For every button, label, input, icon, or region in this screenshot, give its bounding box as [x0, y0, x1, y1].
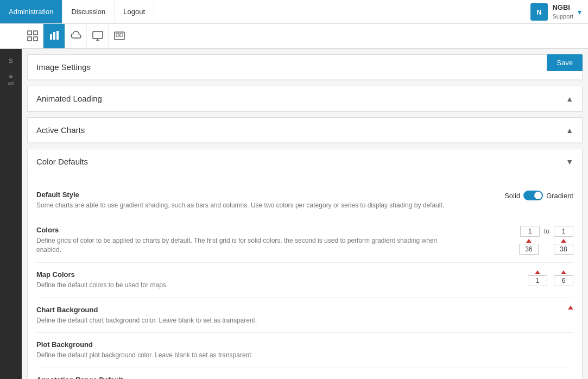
toggle-slider [523, 191, 543, 200]
icon-toolbar [0, 24, 588, 49]
chart-background-row: Chart Background Define the default char… [36, 298, 573, 333]
nav-tabs: Administration Discussion Logout [0, 0, 154, 23]
map-colors-inputs: 1 6 [528, 270, 573, 286]
active-charts-toggle[interactable]: ▲ [566, 126, 573, 135]
plot-background-row: Plot Background Define the default plot … [36, 333, 573, 368]
gradient-toggle-container: Solid Gradient [504, 191, 573, 200]
chart-bg-arrow-col [568, 306, 573, 309]
svg-rect-5 [34, 37, 37, 41]
active-charts-section: Active Charts ▲ [27, 117, 583, 143]
svg-rect-14 [120, 34, 123, 36]
user-info: NGBI Support [552, 3, 573, 20]
colors-from-col: 1 [520, 226, 540, 237]
user-role: Support [552, 12, 573, 20]
map-colors-row: Map Colors Define the default colors to … [36, 263, 573, 298]
colors-to-val[interactable]: 1 [554, 226, 573, 237]
map-colors-label: Map Colors [36, 270, 454, 279]
colors-label: Colors [36, 226, 454, 234]
window-toolbar-icon[interactable] [109, 23, 130, 48]
image-settings-header[interactable]: Image Settings ▲ [28, 55, 582, 80]
sidebar-item-chart[interactable]: ≡ art [0, 68, 22, 90]
map-val2-col: 6 [554, 270, 573, 286]
sidebar-item-label: art [2, 80, 20, 86]
colors-from-up-arrow[interactable] [526, 239, 532, 243]
svg-rect-4 [28, 37, 31, 41]
color-defaults-toggle[interactable]: ▼ [566, 157, 573, 166]
svg-rect-2 [28, 31, 31, 35]
colors-label-col: Colors Define grids of color to be appli… [36, 226, 465, 255]
colors-to-label: to [542, 228, 552, 235]
sidebar: S ≡ art [0, 49, 22, 379]
chart-bg-up-arrow[interactable] [568, 306, 573, 309]
svg-rect-9 [93, 31, 103, 39]
top-bar: Administration Discussion Logout N NGBI … [0, 0, 588, 24]
color-defaults-title: Color Defaults [36, 157, 88, 166]
active-charts-header[interactable]: Active Charts ▲ [28, 118, 582, 143]
color-defaults-body: Default Style Some charts are able to us… [28, 174, 582, 379]
nav-tab-discussion[interactable]: Discussion [62, 0, 115, 23]
active-charts-title: Active Charts [36, 125, 85, 135]
save-button[interactable]: Save [547, 54, 583, 71]
colors-desc: Define grids of color to be applied to c… [36, 236, 454, 255]
svg-text:N: N [537, 9, 542, 16]
map-colors-up-arrow[interactable] [535, 270, 540, 274]
color-defaults-header[interactable]: Color Defaults ▼ [28, 149, 582, 174]
animated-loading-section: Animated Loading ▲ [27, 86, 583, 112]
colors-from-val[interactable]: 1 [520, 226, 540, 237]
annotation-range-row: Annotation Range Default [36, 368, 573, 379]
map-colors-up-arrow2[interactable] [561, 270, 566, 274]
chart-bg-control [465, 306, 573, 309]
plot-bg-label: Plot Background [36, 340, 454, 349]
colors-to-up-arrow[interactable] [561, 239, 566, 243]
chart-bg-label-col: Chart Background Define the default char… [36, 306, 465, 325]
plot-bg-desc: Define the default plot background color… [36, 351, 454, 360]
annotation-label-col: Annotation Range Default [36, 376, 465, 379]
default-style-control: Solid Gradient [465, 191, 573, 200]
bar-chart-toolbar-icon[interactable] [43, 23, 65, 48]
user-dropdown-arrow[interactable]: ▾ [578, 8, 581, 16]
toggle-knob [534, 192, 542, 199]
default-style-row: Default Style Some charts are able to us… [36, 183, 573, 218]
image-settings-title: Image Settings [36, 62, 91, 72]
annotation-label: Annotation Range Default [36, 376, 454, 379]
svg-rect-7 [53, 32, 55, 40]
map-val1-col: 1 [528, 270, 547, 286]
plot-bg-label-col: Plot Background Define the default plot … [36, 340, 465, 360]
nav-tab-logout[interactable]: Logout [115, 0, 154, 23]
colors-to2-col: 38 [554, 239, 573, 255]
colors-range-bottom: 36 38 [519, 239, 573, 255]
colors-to2-val[interactable]: 38 [554, 244, 573, 255]
svg-rect-8 [56, 31, 59, 40]
map-colors-control: 1 6 [465, 270, 573, 286]
user-logo: N [530, 3, 548, 21]
map-val2[interactable]: 6 [554, 275, 573, 286]
default-style-label-col: Default Style Some charts are able to us… [36, 191, 465, 210]
default-style-desc: Some charts are able to use gradient sha… [36, 201, 454, 210]
sidebar-item-s[interactable]: S [0, 53, 22, 68]
animated-loading-toggle[interactable]: ▲ [566, 94, 573, 103]
user-name: NGBI [552, 3, 573, 12]
gradient-toggle[interactable] [523, 191, 543, 200]
map-colors-desc: Define the default colors to be used for… [36, 281, 454, 290]
user-area: N NGBI Support ▾ [530, 3, 588, 21]
map-val1[interactable]: 1 [528, 275, 547, 286]
colors-control: 1 to 1 36 [465, 226, 573, 255]
default-style-label: Default Style [36, 191, 454, 199]
monitor-toolbar-icon[interactable] [87, 23, 109, 48]
animated-loading-header[interactable]: Animated Loading ▲ [28, 86, 582, 111]
animated-loading-title: Animated Loading [36, 94, 102, 103]
main-content: Save Image Settings ▲ Animated Loading ▲… [22, 49, 588, 379]
colors-row: Colors Define grids of color to be appli… [36, 218, 573, 263]
colors-from2-val[interactable]: 36 [519, 244, 539, 255]
grid-toolbar-icon[interactable] [22, 23, 43, 48]
nav-tab-administration[interactable]: Administration [0, 0, 62, 23]
svg-rect-13 [116, 34, 119, 36]
map-colors-label-col: Map Colors Define the default colors to … [36, 270, 465, 290]
solid-label: Solid [504, 192, 520, 200]
layout: S ≡ art Save Image Settings ▲ Animated L… [0, 49, 588, 379]
cloud-toolbar-icon[interactable] [65, 23, 87, 48]
colors-to-col: 1 [554, 226, 573, 237]
chart-bg-desc: Define the default chart background colo… [36, 316, 454, 325]
gradient-label: Gradient [546, 192, 573, 200]
svg-rect-3 [34, 31, 37, 35]
